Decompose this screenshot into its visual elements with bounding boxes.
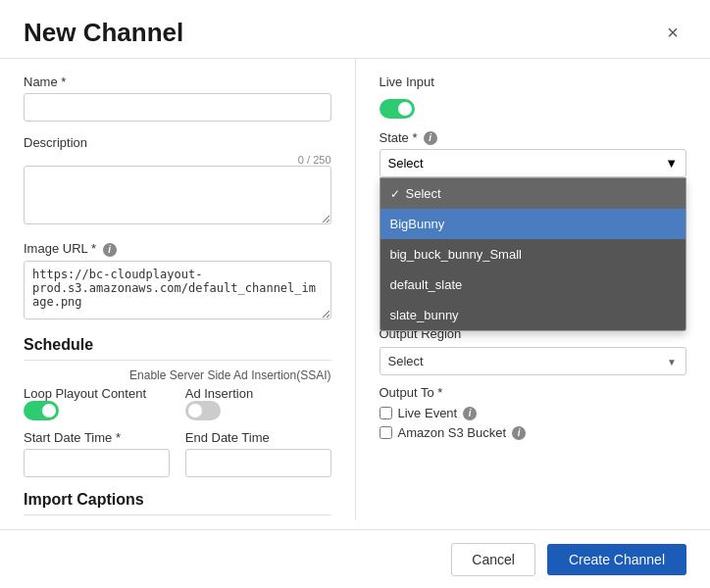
live-event-label: Live Event xyxy=(398,406,458,420)
state-label-row: State * i xyxy=(380,130,687,145)
ad-insertion-toggle[interactable] xyxy=(185,401,221,420)
name-input[interactable] xyxy=(24,93,331,122)
dropdown-option-big-buck-small: big_buck_bunny_Small xyxy=(390,247,522,262)
live-event-info-icon[interactable]: i xyxy=(463,407,477,420)
image-url-label: Image URL * i xyxy=(24,241,331,257)
right-column: Live Input State * i Select ▼ ✓ xyxy=(356,59,711,519)
state-dropdown-menu: ✓ Select BigBunny big_buck_bunny_Small d… xyxy=(380,177,687,331)
end-date-label: End Date Time xyxy=(185,430,331,445)
dropdown-item-bigbunny[interactable]: BigBunny xyxy=(380,209,686,239)
state-label: State * xyxy=(380,130,418,145)
modal-title: New Channel xyxy=(24,18,183,48)
dropdown-option-default-slate: default_slate xyxy=(390,277,463,292)
dropdown-option-bigbunny: BigBunny xyxy=(390,217,445,231)
end-date-col: End Date Time xyxy=(185,430,331,477)
close-button[interactable]: × xyxy=(659,18,686,48)
name-label: Name * xyxy=(24,74,331,89)
live-input-row: Live Input xyxy=(380,74,687,89)
live-event-checkbox[interactable] xyxy=(380,407,392,419)
create-channel-button[interactable]: Create Channel xyxy=(547,544,686,575)
image-url-info-icon[interactable]: i xyxy=(103,243,117,257)
char-count: 0 / 250 xyxy=(24,154,331,166)
start-date-label: Start Date Time * xyxy=(24,430,170,445)
modal-header: New Channel × xyxy=(0,0,710,59)
datetime-row: Start Date Time * End Date Time xyxy=(24,430,331,477)
ad-insertion-label: Ad Insertion xyxy=(185,386,331,401)
loop-ssai-row: Loop Playout Content Ad Insertion xyxy=(24,386,331,420)
amazon-s3-checkbox[interactable] xyxy=(380,426,392,439)
live-event-row: Live Event i xyxy=(380,406,687,420)
modal-overlay: New Channel × Name * Description 0 / 250 xyxy=(0,0,710,588)
live-input-label: Live Input xyxy=(380,74,434,89)
dropdown-option-slate-bunny: slate_bunny xyxy=(390,308,459,322)
output-region-select[interactable]: Select xyxy=(380,347,687,375)
state-dropdown-container: Select ▼ ✓ Select BigBunny big_buck_bunn… xyxy=(380,149,687,177)
check-icon: ✓ xyxy=(390,187,400,201)
modal: New Channel × Name * Description 0 / 250 xyxy=(0,0,710,588)
live-input-toggle[interactable] xyxy=(380,99,415,119)
description-input[interactable] xyxy=(24,166,331,224)
start-date-col: Start Date Time * xyxy=(24,430,170,477)
ad-insertion-col: Ad Insertion xyxy=(185,386,331,420)
image-url-group: Image URL * i https://bc-cloudplayout-pr… xyxy=(24,241,331,322)
dropdown-option-select: Select xyxy=(406,186,441,201)
dropdown-chevron-icon: ▼ xyxy=(665,156,678,171)
modal-footer: Cancel Create Channel xyxy=(0,529,710,588)
state-selected-value: Select xyxy=(388,156,424,171)
modal-body: Name * Description 0 / 250 Image URL * i… xyxy=(0,59,710,519)
loop-col: Loop Playout Content xyxy=(24,386,170,420)
amazon-s3-row: Amazon S3 Bucket i xyxy=(380,425,687,440)
start-date-input[interactable] xyxy=(24,449,170,477)
ssai-section: Enable Server Side Ad Insertion(SSAI) Lo… xyxy=(24,368,331,420)
dropdown-item-big-buck-small[interactable]: big_buck_bunny_Small xyxy=(380,239,686,270)
ssai-label: Enable Server Side Ad Insertion(SSAI) xyxy=(24,368,331,382)
output-region-select-wrapper: Select xyxy=(380,347,687,375)
output-to-label: Output To * xyxy=(380,385,687,400)
name-group: Name * xyxy=(24,74,331,122)
left-column: Name * Description 0 / 250 Image URL * i… xyxy=(0,59,356,519)
dropdown-item-select[interactable]: ✓ Select xyxy=(380,178,686,209)
amazon-s3-label: Amazon S3 Bucket xyxy=(398,425,507,440)
description-label: Description xyxy=(24,135,331,150)
state-info-icon[interactable]: i xyxy=(424,131,437,145)
dropdown-item-slate-bunny[interactable]: slate_bunny xyxy=(380,300,686,330)
import-captions-section-title: Import Captions xyxy=(24,491,331,515)
amazon-s3-info-icon[interactable]: i xyxy=(512,426,526,440)
end-date-input[interactable] xyxy=(185,449,331,477)
loop-playout-toggle[interactable] xyxy=(24,401,59,420)
description-group: Description 0 / 250 xyxy=(24,135,331,227)
dropdown-item-default-slate[interactable]: default_slate xyxy=(380,270,686,300)
schedule-section-title: Schedule xyxy=(24,336,331,361)
loop-playout-label: Loop Playout Content xyxy=(24,386,170,401)
state-dropdown-selected[interactable]: Select ▼ xyxy=(380,149,687,177)
image-url-input[interactable]: https://bc-cloudplayout-prod.s3.amazonaw… xyxy=(24,261,331,319)
cancel-button[interactable]: Cancel xyxy=(451,543,535,576)
